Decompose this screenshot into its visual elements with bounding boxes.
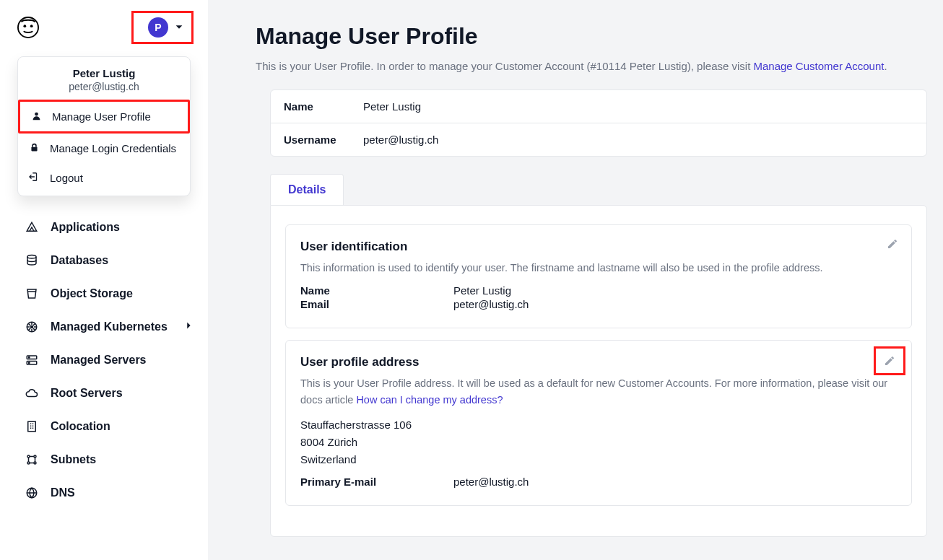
page-subtitle: This is your User Profile. In order to m… [256, 60, 927, 72]
subtitle-suffix: . [884, 60, 887, 72]
kv-value: peter@lustig.ch [453, 476, 529, 488]
svg-point-1 [23, 25, 26, 27]
card-heading: User identification [300, 240, 897, 254]
summary-value: Peter Lustig [363, 100, 421, 113]
applications-icon [25, 221, 39, 234]
dropdown-item-logout[interactable]: Logout [18, 163, 190, 193]
sidebar-item-managed-servers[interactable]: Managed Servers [0, 344, 208, 377]
card-heading: User profile address [300, 355, 897, 369]
card-description: This information is used to identify you… [300, 260, 897, 276]
kv-name: Name Peter Lustig [300, 284, 897, 297]
kv-email: Email peter@lustig.ch [300, 298, 897, 310]
cloud-icon [25, 387, 39, 400]
dropdown-item-label: Logout [50, 172, 83, 184]
manage-customer-account-link[interactable]: Manage Customer Account [754, 60, 885, 72]
kv-primary-email: Primary E-mail peter@lustig.ch [300, 476, 897, 488]
avatar-trigger[interactable]: P [131, 11, 194, 44]
sidebar-item-colocation[interactable]: Colocation [0, 410, 208, 443]
sidebar-item-label: Subnets [51, 453, 96, 466]
svg-point-13 [27, 455, 30, 458]
tab-details-body: User identification This information is … [270, 205, 927, 537]
sidebar-item-label: Object Storage [51, 287, 133, 300]
sidebar-nav: Applications Databases Object Storage Ma… [0, 211, 208, 509]
chevron-down-icon [174, 22, 184, 34]
sidebar-item-label: Managed Servers [51, 354, 147, 367]
kv-label: Email [300, 298, 453, 310]
globe-icon [25, 486, 39, 499]
sidebar-item-subnets[interactable]: Subnets [0, 443, 208, 476]
subnets-icon [25, 453, 39, 466]
tab-details[interactable]: Details [270, 174, 344, 205]
server-icon [25, 354, 39, 367]
user-icon [30, 111, 42, 123]
chevron-right-icon [183, 320, 194, 333]
logo-icon [17, 17, 39, 38]
kv-label: Primary E-mail [300, 476, 453, 488]
svg-point-5 [27, 255, 36, 259]
change-address-docs-link[interactable]: How can I change my address? [356, 394, 503, 406]
svg-point-11 [29, 362, 30, 364]
user-dropdown: Peter Lustig peter@lustig.ch Manage User… [17, 56, 191, 196]
card-description: This is your User Profile address. It wi… [300, 375, 897, 408]
sidebar-item-label: DNS [51, 486, 75, 499]
dropdown-name: Peter Lustig [25, 67, 183, 79]
card-user-address: User profile address This is your User P… [285, 340, 912, 506]
sidebar-item-root-servers[interactable]: Root Servers [0, 377, 208, 410]
kubernetes-icon [25, 320, 39, 333]
summary-row-name: Name Peter Lustig [271, 90, 926, 123]
svg-rect-12 [28, 421, 36, 432]
sidebar-item-applications[interactable]: Applications [0, 211, 208, 244]
dropdown-item-manage-profile[interactable]: Manage User Profile [18, 100, 190, 134]
summary-value: peter@lustig.ch [363, 134, 438, 146]
address-line: Stauffacherstrasse 106 [300, 416, 897, 434]
svg-point-2 [30, 25, 33, 27]
svg-point-3 [35, 112, 38, 115]
sidebar-item-label: Databases [51, 254, 108, 267]
address-line: Switzerland [300, 451, 897, 468]
sidebar-item-label: Colocation [51, 420, 110, 433]
svg-point-16 [34, 462, 36, 464]
bucket-icon [25, 287, 39, 300]
sidebar-item-databases[interactable]: Databases [0, 244, 208, 277]
page-title: Manage User Profile [256, 23, 927, 50]
sidebar: P Peter Lustig peter@lustig.ch Manage Us… [0, 0, 208, 560]
svg-point-7 [31, 326, 33, 328]
lock-icon [28, 143, 40, 154]
sidebar-item-label: Managed Kubernetes [51, 320, 168, 333]
edit-address-button[interactable] [874, 346, 905, 375]
dropdown-item-label: Manage User Profile [52, 110, 151, 123]
main: Manage User Profile This is your User Pr… [208, 0, 943, 560]
svg-rect-4 [31, 146, 37, 151]
logout-icon [28, 172, 40, 184]
kv-value: Peter Lustig [453, 284, 511, 297]
kv-value: peter@lustig.ch [453, 298, 529, 310]
kv-label: Name [300, 284, 453, 297]
svg-point-14 [34, 455, 36, 458]
sidebar-item-label: Applications [51, 221, 120, 234]
address-block: Stauffacherstrasse 106 8004 Zürich Switz… [300, 416, 897, 468]
address-line: 8004 Zürich [300, 434, 897, 451]
summary-table: Name Peter Lustig Username peter@lustig.… [270, 89, 927, 157]
database-icon [25, 254, 39, 267]
sidebar-item-label: Root Servers [51, 387, 123, 400]
summary-label: Username [284, 134, 363, 146]
card-user-identification: User identification This information is … [285, 224, 912, 328]
tabbar: Details [270, 174, 927, 205]
subtitle-text: This is your User Profile. In order to m… [256, 60, 754, 72]
edit-identification-button[interactable] [884, 235, 901, 253]
dropdown-header: Peter Lustig peter@lustig.ch [18, 57, 190, 100]
svg-point-15 [27, 462, 30, 464]
sidebar-item-kubernetes[interactable]: Managed Kubernetes [0, 310, 208, 344]
sidebar-item-object-storage[interactable]: Object Storage [0, 277, 208, 310]
dropdown-email: peter@lustig.ch [25, 81, 183, 92]
summary-label: Name [284, 100, 363, 113]
avatar: P [148, 17, 168, 38]
summary-row-username: Username peter@lustig.ch [271, 123, 926, 156]
dropdown-item-login-credentials[interactable]: Manage Login Credentials [18, 134, 190, 163]
svg-point-10 [29, 357, 30, 359]
dropdown-item-label: Manage Login Credentials [50, 142, 176, 154]
sidebar-item-dns[interactable]: DNS [0, 476, 208, 509]
sidebar-header: P [0, 0, 208, 51]
building-icon [25, 420, 39, 433]
